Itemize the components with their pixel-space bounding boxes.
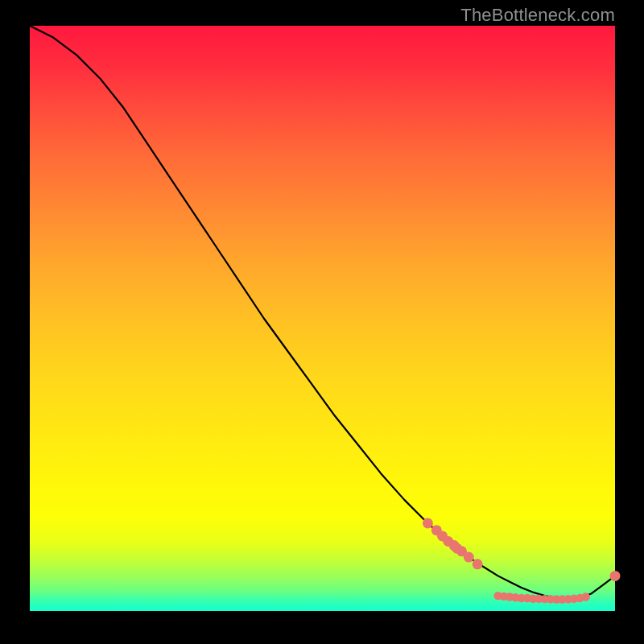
plot-area bbox=[30, 26, 615, 611]
data-point bbox=[610, 571, 621, 581]
bottleneck-curve bbox=[30, 26, 615, 599]
data-point bbox=[423, 518, 433, 528]
data-point bbox=[464, 552, 474, 563]
scatter-dots bbox=[423, 518, 621, 603]
watermark-text: TheBottleneck.com bbox=[460, 5, 615, 26]
chart-stage: TheBottleneck.com bbox=[0, 0, 644, 644]
data-point bbox=[581, 592, 589, 601]
data-point bbox=[473, 559, 483, 569]
plot-svg bbox=[30, 26, 615, 611]
